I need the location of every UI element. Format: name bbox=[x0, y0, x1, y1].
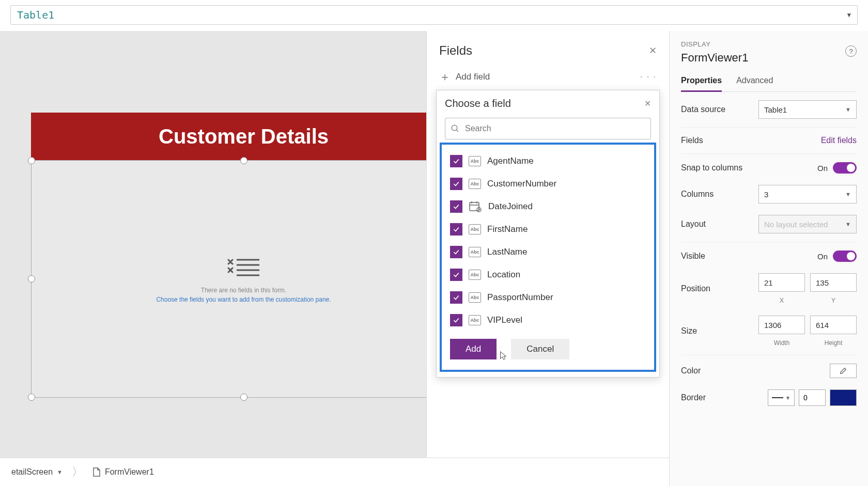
border-color-swatch[interactable] bbox=[830, 389, 857, 406]
line-icon bbox=[772, 397, 783, 398]
toggle-label: On bbox=[817, 164, 828, 173]
formula-text: Table1 bbox=[17, 9, 54, 21]
search-input[interactable] bbox=[465, 124, 645, 133]
checkbox[interactable] bbox=[450, 269, 462, 281]
svg-line-5 bbox=[456, 130, 458, 132]
form-viewer-canvas[interactable]: There are no fields in this form. Choose… bbox=[31, 160, 456, 398]
position-x-input[interactable] bbox=[758, 273, 805, 292]
prop-label: Position bbox=[681, 284, 758, 293]
border-width-value: 0 bbox=[803, 394, 808, 402]
search-box[interactable] bbox=[445, 118, 651, 139]
field-name-label: Location bbox=[487, 270, 520, 280]
empty-form-msg1: There are no fields in this form. bbox=[201, 287, 286, 294]
section-label: DISPLAY bbox=[681, 40, 857, 48]
field-item[interactable]: AbcAgentName bbox=[446, 150, 650, 173]
edit-fields-link[interactable]: Edit fields bbox=[821, 136, 857, 145]
resize-handle[interactable] bbox=[28, 275, 35, 283]
field-item[interactable]: AbcCustomerNumber bbox=[446, 173, 650, 195]
field-item[interactable]: AbcVIPLevel bbox=[446, 309, 650, 332]
resize-handle[interactable] bbox=[240, 394, 247, 401]
formula-bar[interactable]: Table1 ▼ bbox=[10, 5, 858, 25]
app-preview: Customer Details There are no fields in … bbox=[31, 113, 456, 417]
empty-form-icon bbox=[226, 255, 261, 279]
field-name-label: LastName bbox=[487, 247, 527, 257]
field-item[interactable]: AbcFirstName bbox=[446, 218, 650, 241]
prop-label: Data source bbox=[681, 105, 758, 114]
prop-label: Size bbox=[681, 326, 758, 336]
calendar-icon bbox=[469, 201, 482, 212]
text-type-icon: Abc bbox=[469, 247, 481, 257]
prop-fields: Fields Edit fields bbox=[681, 128, 857, 154]
add-field-label: Add field bbox=[456, 72, 490, 82]
tab-advanced[interactable]: Advanced bbox=[736, 76, 773, 91]
visible-toggle[interactable] bbox=[833, 250, 857, 262]
selected-object-name: FormViewer1 bbox=[681, 51, 857, 65]
document-icon bbox=[92, 467, 101, 477]
checkbox[interactable] bbox=[450, 178, 462, 190]
field-item[interactable]: AbcPassportNumber bbox=[446, 286, 650, 309]
field-item[interactable]: AbcLocation bbox=[446, 263, 650, 286]
color-picker[interactable] bbox=[830, 364, 857, 378]
border-width-input[interactable]: 0 bbox=[799, 389, 826, 406]
prop-label: Visible bbox=[681, 252, 817, 261]
breadcrumb-screen[interactable]: etailScreen ▼ bbox=[4, 467, 70, 477]
choose-field-popup: Choose a field ✕ AbcAgentNameAbcCustomer… bbox=[436, 90, 660, 378]
add-button[interactable]: Add bbox=[450, 339, 497, 359]
toggle-label: On bbox=[817, 252, 828, 261]
resize-handle[interactable] bbox=[28, 157, 35, 164]
size-height-input[interactable] bbox=[810, 316, 857, 334]
checkbox[interactable] bbox=[450, 155, 462, 167]
data-source-value: Table1 bbox=[764, 105, 787, 114]
field-name-label: CustomerNumber bbox=[487, 179, 556, 189]
border-style-dropdown[interactable]: ▼ bbox=[768, 389, 795, 406]
layout-dropdown[interactable]: No layout selected ▼ bbox=[758, 215, 857, 233]
checkbox[interactable] bbox=[450, 200, 462, 213]
breadcrumb-control[interactable]: FormViewer1 bbox=[85, 467, 161, 477]
size-width-label: Width bbox=[774, 339, 790, 347]
text-type-icon: Abc bbox=[469, 156, 481, 166]
fields-panel-title: Fields bbox=[439, 43, 472, 58]
data-source-dropdown[interactable]: Table1 ▼ bbox=[758, 100, 857, 119]
chevron-down-icon[interactable]: ▼ bbox=[57, 469, 63, 475]
snap-toggle-wrap: On bbox=[817, 162, 857, 174]
size-height-label: Height bbox=[825, 339, 843, 347]
prop-visible: Visible On bbox=[681, 242, 857, 265]
size-width-input[interactable] bbox=[758, 316, 805, 334]
resize-handle[interactable] bbox=[28, 394, 35, 401]
breadcrumb: etailScreen ▼ 〉 FormViewer1 bbox=[0, 458, 669, 486]
field-name-label: AgentName bbox=[487, 156, 534, 166]
checkbox[interactable] bbox=[450, 223, 462, 236]
add-field-button[interactable]: ＋ Add field · · · bbox=[427, 64, 669, 90]
field-list-highlight: AbcAgentNameAbcCustomerNumberDateJoinedA… bbox=[440, 143, 656, 372]
position-x-label: X bbox=[780, 297, 784, 304]
checkbox[interactable] bbox=[450, 246, 462, 258]
field-name-label: DateJoined bbox=[488, 201, 533, 212]
breadcrumb-separator: 〉 bbox=[72, 464, 83, 480]
text-type-icon: Abc bbox=[469, 315, 481, 325]
help-icon[interactable]: ? bbox=[845, 45, 857, 57]
checkbox[interactable] bbox=[450, 314, 462, 326]
more-icon[interactable]: · · · bbox=[640, 72, 657, 82]
position-y-input[interactable] bbox=[810, 273, 857, 292]
resize-handle[interactable] bbox=[240, 157, 247, 164]
prop-label: Fields bbox=[681, 136, 821, 145]
field-item[interactable]: AbcLastName bbox=[446, 241, 650, 263]
fields-panel: Fields ✕ ＋ Add field · · · Choose a fiel… bbox=[426, 31, 669, 458]
columns-dropdown[interactable]: 3 ▼ bbox=[758, 185, 857, 203]
empty-form-msg2: Choose the fields you want to add from t… bbox=[156, 296, 331, 303]
breadcrumb-label: etailScreen bbox=[11, 467, 53, 477]
checkbox[interactable] bbox=[450, 291, 462, 304]
snap-toggle[interactable] bbox=[833, 162, 857, 174]
cancel-button[interactable]: Cancel bbox=[511, 339, 569, 359]
close-icon[interactable]: ✕ bbox=[644, 99, 651, 108]
field-item[interactable]: DateJoined bbox=[446, 195, 650, 218]
prop-label: Layout bbox=[681, 220, 758, 229]
prop-label: Columns bbox=[681, 190, 758, 199]
chevron-down-icon: ▼ bbox=[845, 106, 851, 113]
close-icon[interactable]: ✕ bbox=[649, 45, 657, 56]
chevron-down-icon[interactable]: ▼ bbox=[847, 11, 851, 19]
chevron-down-icon: ▼ bbox=[845, 191, 851, 197]
app-header-title: Customer Details bbox=[159, 125, 329, 148]
position-y-label: Y bbox=[831, 297, 835, 304]
tab-properties[interactable]: Properties bbox=[681, 76, 722, 92]
